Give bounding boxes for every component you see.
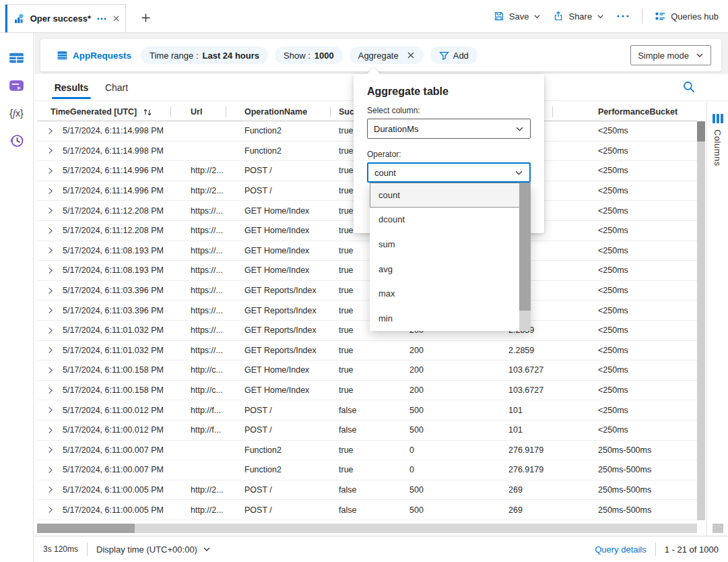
horizontal-scrollbar-thumb[interactable] xyxy=(37,524,135,533)
cell-url: https://... xyxy=(170,246,226,255)
table-row[interactable]: 5/17/2024, 6:11:00.007 PM Function2 true… xyxy=(37,441,697,461)
table-row[interactable]: 5/17/2024, 6:11:00.012 PM http://f... PO… xyxy=(37,420,697,441)
cell-operationname: Function2 xyxy=(226,126,330,135)
cell-operationname: POST / xyxy=(226,186,330,195)
aggregate-pill[interactable]: Aggregate xyxy=(350,46,424,64)
row-expand-icon[interactable] xyxy=(46,167,54,175)
save-button[interactable]: Save xyxy=(494,11,541,22)
table-row[interactable]: 5/17/2024, 6:11:03.396 PM https://... GE… xyxy=(37,281,697,301)
top-actions: Save Share Queries hub xyxy=(494,0,719,32)
operator-option[interactable]: avg xyxy=(370,257,531,282)
cell-performancebucket: <250ms xyxy=(552,206,697,216)
cell-duration: 276.9179 xyxy=(502,465,552,474)
table-row[interactable]: 5/17/2024, 6:11:00.158 PM http://c... GE… xyxy=(37,361,697,381)
row-expand-icon[interactable] xyxy=(46,147,54,154)
tab-chart[interactable]: Chart xyxy=(100,74,133,101)
row-expand-icon[interactable] xyxy=(46,247,54,254)
tables-rail-button[interactable] xyxy=(7,49,26,67)
sort-icon[interactable] xyxy=(143,108,152,117)
row-expand-icon[interactable] xyxy=(46,346,54,354)
query-tab[interactable]: Oper success* xyxy=(5,4,126,32)
table-row[interactable]: 5/17/2024, 6:11:00.012 PM http://f... PO… xyxy=(37,400,697,420)
time-range-pill[interactable]: Time range : Last 24 hours xyxy=(141,46,268,64)
row-expand-icon[interactable] xyxy=(46,287,54,294)
column-header-url[interactable]: Url xyxy=(170,102,226,121)
column-header-performancebucket[interactable]: PerformanceBucket xyxy=(552,102,697,121)
share-button[interactable]: Share xyxy=(553,11,604,22)
cell-operationname: GET Home/Index xyxy=(226,206,330,216)
select-column-dropdown[interactable]: DurationMs xyxy=(367,119,531,139)
horizontal-scrollbar[interactable] xyxy=(37,524,697,533)
row-expand-icon[interactable] xyxy=(46,267,54,274)
cell-resultcode: 200 xyxy=(404,365,502,375)
cell-performancebucket: <250ms xyxy=(552,385,697,395)
mode-selector[interactable]: Simple mode xyxy=(630,45,711,65)
add-filter-pill[interactable]: Add xyxy=(430,46,477,64)
row-expand-icon[interactable] xyxy=(46,187,54,195)
vertical-scrollbar-thumb[interactable] xyxy=(697,121,705,142)
row-expand-icon[interactable] xyxy=(46,466,54,474)
tab-results[interactable]: Results xyxy=(51,74,92,101)
row-expand-icon[interactable] xyxy=(46,367,54,374)
operator-dropdown[interactable]: count xyxy=(367,162,531,183)
cell-url: http://2... xyxy=(170,186,226,195)
cell-timegenerated: 5/17/2024, 6:11:08.193 PM xyxy=(63,266,170,275)
row-expand-icon[interactable] xyxy=(46,127,54,135)
columns-side-panel[interactable]: Columns xyxy=(706,101,728,536)
table-row[interactable]: 5/17/2024, 6:11:00.005 PM http://2... PO… xyxy=(37,480,697,501)
table-row[interactable]: 5/17/2024, 6:11:00.158 PM http://c... GE… xyxy=(37,381,697,401)
operator-option[interactable]: dcount xyxy=(370,208,531,232)
row-expand-icon[interactable] xyxy=(46,307,54,314)
cell-timegenerated: 5/17/2024, 6:11:14.998 PM xyxy=(63,126,170,135)
functions-rail-button[interactable]: {fx} xyxy=(7,104,26,123)
table-row[interactable]: 5/17/2024, 6:11:00.007 PM Function2 true… xyxy=(37,460,697,480)
row-expand-icon[interactable] xyxy=(46,427,54,434)
queries-hub-button[interactable]: Queries hub xyxy=(655,11,719,22)
row-expand-icon[interactable] xyxy=(46,446,54,454)
table-row[interactable]: 5/17/2024, 6:11:03.396 PM https://... GE… xyxy=(37,301,697,321)
column-header-operationname[interactable]: OperationName xyxy=(226,102,330,121)
search-results-button[interactable] xyxy=(683,81,696,94)
tab-close-icon[interactable] xyxy=(112,15,120,22)
table-row[interactable]: 5/17/2024, 6:11:08.193 PM https://... GE… xyxy=(37,241,697,261)
cell-performancebucket: <250ms xyxy=(552,306,697,315)
chevron-down-icon xyxy=(203,545,211,553)
row-expand-icon[interactable] xyxy=(46,406,54,414)
tab-more-icon[interactable] xyxy=(96,17,107,21)
cell-operationname: GET Reports/Index xyxy=(226,306,330,315)
cell-performancebucket: <250ms xyxy=(552,126,697,135)
queries-rail-button[interactable] xyxy=(7,76,26,95)
operator-option[interactable]: max xyxy=(370,281,531,306)
row-expand-icon[interactable] xyxy=(46,327,54,334)
row-expand-icon[interactable] xyxy=(46,207,54,214)
vertical-scrollbar[interactable] xyxy=(697,121,705,520)
select-column-value: DurationMs xyxy=(374,124,418,134)
column-header-timegenerated[interactable]: TimeGenerated [UTC] xyxy=(37,102,170,121)
listbox-scrollbar[interactable] xyxy=(519,183,531,331)
operator-option[interactable]: sum xyxy=(370,232,531,257)
new-tab-button[interactable] xyxy=(135,7,156,28)
listbox-scrollbar-thumb[interactable] xyxy=(519,183,531,311)
cell-duration: 101 xyxy=(502,425,552,435)
table-row[interactable]: 5/17/2024, 6:11:08.193 PM https://... GE… xyxy=(37,261,697,281)
row-expand-icon[interactable] xyxy=(46,486,54,493)
query-history-rail-button[interactable] xyxy=(7,131,26,150)
cell-success: false xyxy=(330,425,404,435)
table-row[interactable]: 5/17/2024, 6:11:01.032 PM https://... GE… xyxy=(37,321,697,341)
row-expand-icon[interactable] xyxy=(46,506,54,513)
query-details-link[interactable]: Query details xyxy=(595,544,647,555)
share-icon xyxy=(553,11,564,22)
operator-option[interactable]: count xyxy=(370,183,531,208)
cell-operationname: GET Home/Index xyxy=(226,226,330,235)
more-actions-button[interactable] xyxy=(616,14,630,18)
display-time-selector[interactable]: Display time (UTC+00:00) xyxy=(96,544,211,555)
operator-option[interactable]: min xyxy=(370,306,531,331)
show-limit-pill[interactable]: Show : 1000 xyxy=(275,46,343,64)
source-table-button[interactable]: AppRequests xyxy=(57,50,131,61)
operator-listbox: count dcount sum avg max min xyxy=(370,183,531,331)
table-row[interactable]: 5/17/2024, 6:11:00.005 PM http://2... PO… xyxy=(37,500,697,520)
aggregate-remove-icon[interactable] xyxy=(407,51,415,59)
row-expand-icon[interactable] xyxy=(46,387,54,394)
table-row[interactable]: 5/17/2024, 6:11:01.032 PM https://... GE… xyxy=(37,341,697,361)
row-expand-icon[interactable] xyxy=(46,227,54,235)
